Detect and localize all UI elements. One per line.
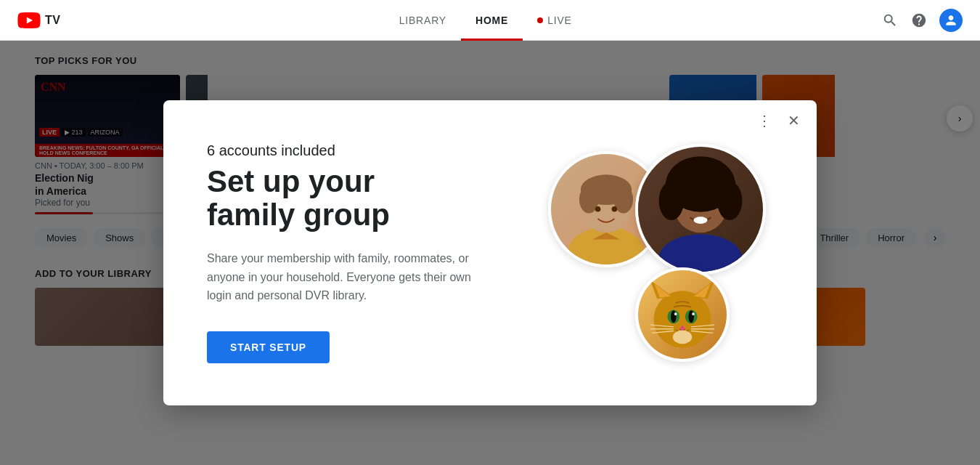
avatar[interactable]	[939, 9, 963, 32]
logo[interactable]: TV	[17, 12, 60, 28]
header: TV LIBRARY HOME LIVE	[0, 0, 980, 41]
live-dot-icon	[537, 17, 543, 23]
svg-point-15	[659, 234, 743, 272]
modal-title: Set up your family group	[207, 165, 512, 232]
svg-point-34	[673, 331, 692, 344]
main-content: TOP PICKS FOR YOU CNN LIVE ▶ 213 ARIZONA…	[0, 41, 980, 465]
modal-close-icon[interactable]: ✕	[785, 112, 802, 129]
main-nav: LIBRARY HOME LIVE	[89, 0, 881, 41]
person-avatar-2	[635, 144, 766, 275]
start-setup-button[interactable]: START SETUP	[207, 331, 330, 363]
help-icon[interactable]	[910, 12, 928, 29]
svg-point-12	[688, 203, 695, 210]
svg-point-24	[688, 310, 694, 323]
person-avatar-3	[635, 267, 730, 362]
nav-home[interactable]: HOME	[461, 0, 523, 41]
family-group-modal: ⋮ ✕ 6 accounts included Set up your fami…	[163, 100, 817, 405]
svg-point-10	[659, 182, 684, 221]
svg-point-11	[717, 182, 742, 221]
svg-point-13	[706, 203, 714, 210]
modal-actions: ⋮ ✕	[756, 112, 802, 129]
svg-point-25	[674, 312, 677, 315]
nav-live[interactable]: LIVE	[523, 0, 587, 41]
svg-point-26	[692, 312, 695, 315]
modal-content: 6 accounts included Set up your family g…	[207, 142, 541, 363]
nav-library[interactable]: LIBRARY	[385, 0, 461, 41]
modal-more-icon[interactable]: ⋮	[756, 112, 773, 129]
modal-description: Share your membership with family, roomm…	[207, 249, 497, 305]
svg-point-6	[612, 206, 618, 212]
svg-point-5	[595, 206, 601, 212]
header-actions	[881, 9, 963, 32]
svg-point-14	[693, 217, 707, 224]
logo-text: TV	[45, 14, 60, 27]
svg-point-23	[671, 310, 677, 323]
modal-accounts-text: 6 accounts included	[207, 142, 512, 159]
youtube-logo-icon	[17, 12, 41, 28]
search-icon[interactable]	[881, 12, 899, 29]
modal-illustration	[541, 137, 773, 369]
